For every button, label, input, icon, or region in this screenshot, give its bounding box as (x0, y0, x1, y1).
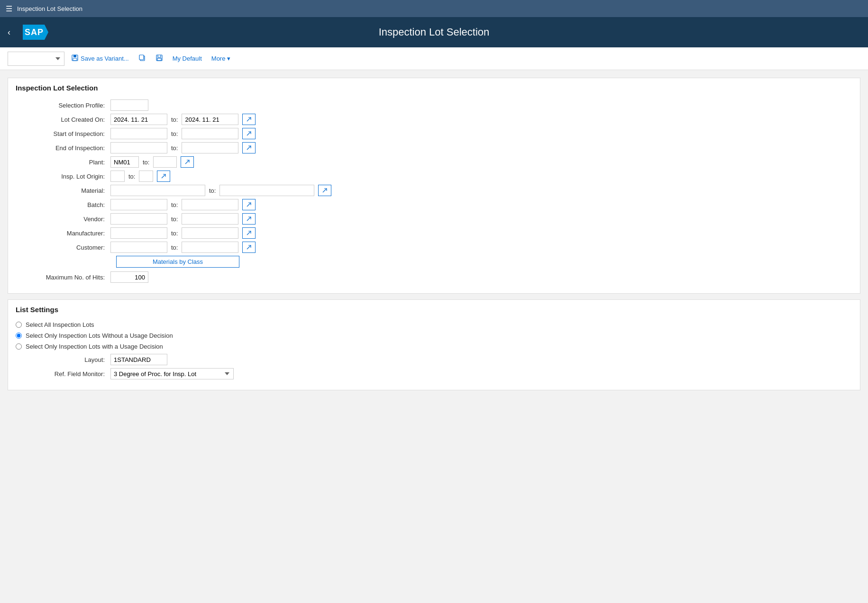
radio-with-ud-label: Select Only Inspection Lots with a Usage… (26, 343, 163, 350)
title-bar-label: Inspection Lot Selection (17, 5, 82, 12)
more-label: More (211, 55, 226, 62)
save-button[interactable] (153, 52, 166, 65)
variant-dropdown[interactable] (8, 52, 64, 66)
max-hits-input[interactable] (110, 271, 148, 283)
header-title: Inspection Lot Selection (379, 26, 490, 38)
max-hits-label: Maximum No. of Hits: (16, 274, 110, 281)
start-inspection-range-button[interactable] (242, 128, 256, 139)
end-inspection-row: End of Inspection: to: (16, 142, 852, 153)
batch-to-input[interactable] (182, 199, 238, 210)
insp-lot-origin-row: Insp. Lot Origin: to: (16, 171, 852, 182)
save-as-variant-button[interactable]: Save as Variant... (68, 52, 132, 65)
lot-created-on-label: Lot Created On: (16, 116, 110, 123)
lot-created-on-to-input[interactable] (182, 114, 238, 125)
batch-row: Batch: to: (16, 199, 852, 210)
main-content: Inspection Lot Selection Selection Profi… (0, 70, 868, 603)
my-default-label: My Default (173, 55, 202, 62)
ref-field-monitor-label: Ref. Field Monitor: (16, 370, 110, 378)
section-title: Inspection Lot Selection (8, 78, 860, 96)
start-inspection-row: Start of Inspection: to: (16, 128, 852, 139)
manufacturer-to-input[interactable] (182, 227, 238, 239)
vendor-from-input[interactable] (110, 213, 167, 225)
batch-range-button[interactable] (242, 199, 256, 210)
manufacturer-from-input[interactable] (110, 227, 167, 239)
lot-created-on-to-label: to: (171, 116, 178, 123)
end-inspection-label: End of Inspection: (16, 144, 110, 152)
lot-created-on-range-button[interactable] (242, 114, 256, 125)
insp-lot-origin-label: Insp. Lot Origin: (16, 173, 110, 180)
selection-profile-input[interactable] (110, 99, 148, 111)
svg-rect-4 (139, 55, 144, 60)
toolbar: Save as Variant... My Default More ▾ (0, 47, 868, 70)
materials-by-class-button[interactable]: Materials by Class (116, 256, 239, 268)
customer-label: Customer: (16, 244, 110, 251)
insp-lot-origin-to-input[interactable] (139, 171, 153, 182)
save-icon (155, 54, 163, 63)
vendor-to-input[interactable] (182, 213, 238, 225)
end-inspection-to-input[interactable] (182, 142, 238, 153)
radio-without-ud[interactable] (16, 333, 22, 339)
batch-from-input[interactable] (110, 199, 167, 210)
selection-profile-row: Selection Profile: (16, 99, 852, 111)
plant-to-input[interactable] (153, 156, 177, 168)
customer-range-button[interactable] (242, 242, 256, 253)
customer-to-input[interactable] (182, 242, 238, 253)
insp-lot-origin-range-button[interactable] (157, 171, 170, 182)
copy-button[interactable] (136, 52, 149, 65)
selection-profile-label: Selection Profile: (16, 102, 110, 109)
end-inspection-range-button[interactable] (242, 142, 256, 153)
vendor-label: Vendor: (16, 216, 110, 223)
manufacturer-range-button[interactable] (242, 227, 256, 239)
vendor-to-label: to: (171, 216, 178, 223)
start-inspection-from-input[interactable] (110, 128, 167, 139)
svg-rect-2 (73, 58, 77, 61)
layout-row: Layout: (16, 354, 852, 365)
plant-to-label: to: (143, 159, 149, 166)
radio-with-ud[interactable] (16, 343, 22, 350)
materials-by-class-label: Materials by Class (153, 258, 203, 265)
manufacturer-label: Manufacturer: (16, 230, 110, 237)
radio-all-lots[interactable] (16, 322, 22, 328)
plant-row: Plant: to: (16, 156, 852, 168)
material-row: Material: to: (16, 185, 852, 196)
start-inspection-to-input[interactable] (182, 128, 238, 139)
batch-label: Batch: (16, 201, 110, 208)
customer-to-label: to: (171, 244, 178, 251)
ref-field-monitor-select[interactable]: 3 Degree of Proc. for Insp. Lot (110, 368, 234, 379)
list-settings-body: Select All Inspection Lots Select Only I… (8, 317, 860, 390)
plant-from-input[interactable] (110, 156, 139, 168)
more-button[interactable]: More ▾ (209, 53, 234, 64)
my-default-button[interactable]: My Default (170, 53, 205, 64)
material-from-input[interactable] (110, 185, 205, 196)
end-inspection-from-input[interactable] (110, 142, 167, 153)
manufacturer-to-label: to: (171, 230, 178, 237)
svg-rect-1 (73, 55, 76, 57)
customer-row: Customer: to: (16, 242, 852, 253)
insp-lot-origin-from-input[interactable] (110, 171, 125, 182)
lot-created-on-from-input[interactable] (110, 114, 167, 125)
save-variant-icon (71, 54, 79, 63)
plant-range-button[interactable] (181, 156, 194, 168)
material-to-input[interactable] (219, 185, 314, 196)
material-range-button[interactable] (318, 185, 331, 196)
sap-logo: SAP (23, 25, 48, 40)
manufacturer-row: Manufacturer: to: (16, 227, 852, 239)
more-chevron-icon: ▾ (227, 55, 230, 62)
radio-all-lots-label: Select All Inspection Lots (26, 321, 94, 328)
sap-logo-text: SAP (25, 27, 44, 37)
back-button[interactable]: ‹ (8, 27, 10, 37)
list-settings-title: List Settings (8, 300, 860, 317)
start-inspection-label: Start of Inspection: (16, 130, 110, 137)
svg-rect-6 (157, 58, 161, 61)
material-label: Material: (16, 187, 110, 194)
sap-logo-box: SAP (23, 25, 48, 40)
hamburger-icon[interactable]: ☰ (6, 4, 12, 13)
layout-input[interactable] (110, 354, 167, 365)
batch-to-label: to: (171, 201, 178, 208)
ref-field-monitor-row: Ref. Field Monitor: 3 Degree of Proc. fo… (16, 368, 852, 379)
customer-from-input[interactable] (110, 242, 167, 253)
vendor-range-button[interactable] (242, 213, 256, 225)
lot-created-on-row: Lot Created On: to: (16, 114, 852, 125)
vendor-row: Vendor: to: (16, 213, 852, 225)
radio-row-all: Select All Inspection Lots (16, 321, 852, 328)
